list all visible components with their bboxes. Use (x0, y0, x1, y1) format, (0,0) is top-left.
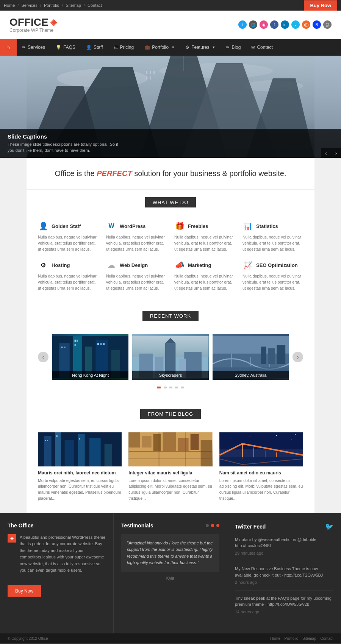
topbar-home[interactable]: Home (4, 3, 15, 8)
testimonial-dot-2[interactable] (211, 524, 214, 527)
nav-home-button[interactable]: ⌂ (0, 39, 17, 56)
footer-contact-link[interactable]: Contact (321, 636, 333, 641)
hero-next-button[interactable]: › (331, 148, 341, 158)
vimeo-social-icon[interactable]: v (291, 20, 300, 29)
portfolio-prev-button[interactable]: ‹ (38, 352, 48, 362)
svg-point-79 (230, 438, 231, 438)
rss-social-icon[interactable]: )))) (302, 20, 310, 29)
nav-blog[interactable]: ✏ Blog (221, 39, 246, 56)
testimonial-dot-1[interactable] (206, 524, 209, 527)
site-footer: The Office ◈ A beautiful and professiona… (0, 513, 341, 644)
service-marketing: 📣 Marketing Nulla dapibus, neque vel pul… (174, 260, 235, 291)
blog-post-1-title[interactable]: Mauris orci nibh, laoreet nec dictum (38, 470, 122, 476)
footer-portfolio-link[interactable]: Portfolio (285, 636, 299, 641)
email-social-icon[interactable]: @ (323, 20, 332, 29)
topbar-buy-now-button[interactable]: Buy Now (304, 0, 337, 11)
golden-staff-icon: 👤 (38, 221, 48, 231)
staff-nav-icon: 👤 (86, 45, 92, 50)
svg-rect-47 (277, 345, 285, 363)
svg-rect-11 (153, 71, 155, 74)
blog-thumb-2[interactable] (128, 432, 212, 466)
nav-features-label: Features (191, 45, 209, 50)
service-golden-staff-title: 👤 Golden Staff (38, 221, 99, 231)
topbar-sitemap[interactable]: Sitemap (66, 3, 81, 8)
nav-portfolio[interactable]: 💼 Portfolio ▼ (139, 39, 180, 56)
blog-thumb-1[interactable] (38, 432, 122, 466)
hosting-icon: ⚙ (38, 260, 48, 270)
behance-social-icon[interactable]: B (313, 20, 321, 29)
faqs-nav-icon: 💡 (56, 45, 61, 50)
carousel-dots (38, 384, 303, 390)
service-seo: 📈 SEO Optimization Nulla dapibus, neque … (242, 260, 303, 291)
footer-bottom: © Copyright 2012 Office Home Portfolio S… (0, 633, 341, 644)
nav-services[interactable]: ✏ Services (17, 39, 50, 56)
svg-rect-58 (79, 438, 80, 440)
blog-thumb-3[interactable] (219, 432, 303, 466)
nav-services-label: Services (28, 45, 45, 50)
tweet-2-text: My New Responsive Business Theme is now … (235, 566, 323, 577)
tagline-prefix: Office is the (55, 169, 97, 178)
tweet-3-text: Tiny sneak peak at the FAQ's page for my… (235, 596, 332, 607)
portfolio-next-button[interactable]: › (293, 352, 303, 362)
nav-staff[interactable]: 👤 Staff (81, 39, 108, 56)
footer-home-link[interactable]: Home (270, 636, 280, 641)
portfolio-item-3[interactable]: Sydney, Australia (213, 334, 289, 380)
freebies-icon: 🎁 (174, 221, 185, 231)
nav-faqs[interactable]: 💡 FAQS (50, 39, 81, 56)
marketing-name: Marketing (188, 262, 211, 268)
blog-post-3-title[interactable]: Nam sit amet odio eu mauris (219, 470, 303, 476)
footer-sitemap-link[interactable]: Sitemap (302, 636, 316, 641)
carousel-dot-4[interactable] (175, 387, 178, 388)
marketing-icon: 📣 (174, 260, 185, 270)
facebook-social-icon[interactable]: f (270, 20, 278, 29)
svg-point-81 (276, 435, 277, 436)
main-nav: ⌂ ✏ Services 💡 FAQS 👤 Staff 🏷 Pricing 💼 … (0, 39, 341, 56)
hero-slider: Slide Captions These image slide title/d… (0, 56, 341, 158)
topbar-services[interactable]: Services (22, 3, 38, 8)
blog-post-2-excerpt: Lorem ipsum dolor sit amet, consectetur … (128, 478, 212, 502)
blog-post-2-title[interactable]: Integer vitae mauris vel ligula (128, 470, 212, 476)
footer-buy-button[interactable]: Buy Now (8, 585, 41, 597)
svg-rect-24 (64, 346, 66, 348)
blog-post-3: Nam sit amet odio eu mauris Lorem ipsum … (219, 432, 303, 502)
portfolio-item-2[interactable]: Skyscrapers (132, 334, 208, 380)
service-wordpress-title: W WordPress (106, 221, 167, 231)
svg-rect-52 (78, 434, 85, 466)
nav-contact[interactable]: ✉ Contact (246, 39, 278, 56)
service-freebies-title: 🎁 Freebies (174, 221, 235, 231)
features-nav-icon: ⚙ (185, 45, 189, 50)
topbar-portfolio[interactable]: Portfolio (44, 3, 59, 8)
tweet-1-text: Minotaur by @weareauthentic on @dribbble… (235, 537, 316, 548)
topbar-contact[interactable]: Contact (88, 3, 102, 8)
nav-pricing[interactable]: 🏷 Pricing (108, 39, 139, 56)
portfolio-item-1[interactable]: Hong Kong At Night (52, 334, 128, 380)
svg-rect-55 (45, 440, 46, 441)
hero-caption-text: These image slide title/descriptions are… (8, 142, 121, 153)
twitter-feed-item-2: My New Responsive Business Theme is now … (235, 566, 333, 591)
portfolio-label-1: Hong Kong At Night (52, 371, 128, 380)
nav-features[interactable]: ⚙ Features ▼ (180, 39, 221, 56)
portfolio-dropdown-icon: ▼ (171, 45, 175, 49)
nav-faqs-label: FAQS (63, 45, 75, 50)
portfolio-label-3: Sydney, Australia (213, 371, 289, 380)
svg-rect-57 (56, 435, 58, 437)
wordpress-name: WordPress (120, 223, 145, 229)
globe-social-icon[interactable]: 🌐 (249, 20, 257, 29)
portfolio-carousel: ‹ (38, 334, 303, 380)
footer-the-office: The Office ◈ A beautiful and professiona… (0, 513, 114, 634)
testimonial-dot-3[interactable] (216, 524, 219, 527)
hero-prev-button[interactable]: ‹ (321, 148, 331, 158)
linkedin-social-icon[interactable]: in (281, 20, 289, 29)
service-hosting: ⚙ Hosting Nulla dapibus, neque vel pulvi… (38, 260, 99, 291)
nav-staff-label: Staff (94, 45, 103, 50)
carousel-dot-3[interactable] (169, 387, 172, 388)
carousel-dot-1[interactable] (157, 387, 161, 388)
service-golden-staff: 👤 Golden Staff Nulla dapibus, neque vel … (38, 221, 99, 252)
svg-point-80 (249, 436, 250, 437)
logo-title: OFFICE ◈ (9, 16, 57, 28)
carousel-dot-2[interactable] (164, 387, 167, 388)
twitter-social-icon[interactable]: t (238, 20, 247, 29)
dribbble-social-icon[interactable]: ◉ (260, 20, 268, 29)
carousel-dot-5[interactable] (181, 387, 184, 388)
logo-text: OFFICE (9, 16, 48, 28)
